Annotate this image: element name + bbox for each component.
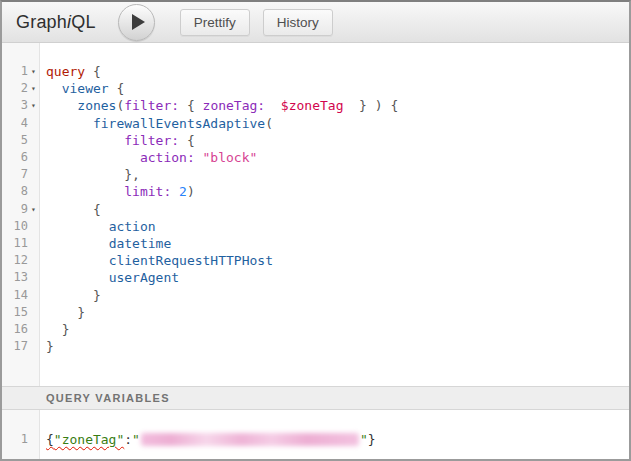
- token: [195, 150, 203, 165]
- line-gutter: 7: [2, 166, 39, 183]
- line-number: 12: [14, 252, 28, 269]
- token: {: [46, 432, 54, 447]
- token: ": [132, 432, 140, 447]
- code-line[interactable]: 3▾ zones(filter: { zoneTag: $zoneTag } )…: [2, 97, 629, 114]
- token: [46, 270, 109, 285]
- line-number: 16: [14, 321, 28, 338]
- prettify-button[interactable]: Prettify: [180, 9, 250, 36]
- line-number: 1: [21, 431, 28, 448]
- logo-text: Graph: [16, 12, 67, 32]
- fold-arrow-icon[interactable]: ▾: [28, 97, 39, 114]
- query-variables-title: QUERY VARIABLES: [46, 392, 170, 404]
- query-variables-editor[interactable]: 1{"zoneTag":""}: [2, 410, 629, 459]
- code-line[interactable]: 8 limit: 2): [2, 183, 629, 200]
- code-text: viewer {: [39, 80, 124, 97]
- code-text: filter: {: [39, 132, 195, 149]
- line-gutter: 17: [2, 338, 39, 355]
- query-variables-title-bar[interactable]: QUERY VARIABLES: [2, 386, 629, 410]
- code-line[interactable]: 15 }: [2, 304, 629, 321]
- code-text: limit: 2): [39, 183, 195, 200]
- code-text: firewallEventsAdaptive(: [39, 115, 273, 132]
- token: }: [62, 322, 70, 337]
- token: ): [187, 184, 195, 199]
- code-text: userAgent: [39, 269, 179, 286]
- code-text: }: [39, 338, 54, 355]
- token: "zoneTag": [54, 432, 124, 447]
- token: $zoneTag: [281, 98, 344, 113]
- token: [265, 98, 281, 113]
- token: [46, 202, 93, 217]
- line-number: 17: [14, 338, 28, 355]
- token: clientRequestHTTPHost: [109, 253, 273, 268]
- token: }: [77, 305, 85, 320]
- execute-query-button[interactable]: [118, 4, 155, 41]
- token: [46, 288, 93, 303]
- code-line[interactable]: 7 },: [2, 166, 629, 183]
- token: [46, 322, 62, 337]
- line-gutter: 14: [2, 287, 39, 304]
- code-line[interactable]: 5 filter: {: [2, 132, 629, 149]
- line-gutter: 4: [2, 115, 39, 132]
- token: firewallEventsAdaptive: [93, 116, 265, 131]
- logo-text: QL: [71, 12, 95, 32]
- token: {: [109, 81, 125, 96]
- code-text: }: [39, 321, 69, 338]
- code-line[interactable]: 12 clientRequestHTTPHost: [2, 252, 629, 269]
- line-number: 14: [14, 287, 28, 304]
- code-line[interactable]: 10 action: [2, 218, 629, 235]
- code-line[interactable]: 1{"zoneTag":""}: [2, 431, 629, 448]
- line-gutter: 1: [2, 431, 39, 448]
- line-gutter: 2▾: [2, 80, 39, 97]
- code-line[interactable]: 13 userAgent: [2, 269, 629, 286]
- line-gutter: 8: [2, 183, 39, 200]
- token: "block": [203, 150, 258, 165]
- code-text: }: [39, 287, 101, 304]
- code-line[interactable]: 1▾query {: [2, 63, 629, 80]
- token: } ) {: [343, 98, 398, 113]
- token: [46, 219, 109, 234]
- token: ": [360, 432, 368, 447]
- line-number: 2: [21, 80, 28, 97]
- line-number: 1: [21, 63, 28, 80]
- toolbar: GraphiQL Prettify History: [2, 2, 629, 43]
- line-gutter: 16: [2, 321, 39, 338]
- token: filter:: [124, 133, 179, 148]
- token: userAgent: [109, 270, 179, 285]
- line-number: 9: [21, 201, 28, 218]
- code-line[interactable]: 11 datetime: [2, 235, 629, 252]
- code-text: datetime: [39, 235, 171, 252]
- token: zones: [77, 98, 116, 113]
- line-number: 6: [21, 149, 28, 166]
- code-line[interactable]: 14 }: [2, 287, 629, 304]
- code-text: action: "block": [39, 149, 257, 166]
- code-line[interactable]: 16 }: [2, 321, 629, 338]
- fold-arrow-icon[interactable]: ▾: [28, 80, 39, 97]
- token: {: [85, 64, 101, 79]
- history-button[interactable]: History: [263, 9, 333, 36]
- token: action: [109, 219, 156, 234]
- token: [46, 150, 140, 165]
- token: 2: [179, 184, 187, 199]
- code-line[interactable]: 17}: [2, 338, 629, 355]
- code-line[interactable]: 6 action: "block": [2, 149, 629, 166]
- line-gutter: 15: [2, 304, 39, 321]
- token: }: [46, 339, 54, 354]
- code-line[interactable]: 2▾ viewer {: [2, 80, 629, 97]
- token: datetime: [109, 236, 172, 251]
- token: }: [93, 288, 101, 303]
- token: [46, 167, 124, 182]
- line-gutter: 13: [2, 269, 39, 286]
- token: limit:: [124, 184, 171, 199]
- token: [46, 305, 77, 320]
- fold-arrow-icon[interactable]: ▾: [28, 201, 39, 218]
- code-text: {"zoneTag":""}: [39, 431, 376, 448]
- code-text: query {: [39, 63, 101, 80]
- fold-arrow-icon[interactable]: ▾: [28, 63, 39, 80]
- code-line[interactable]: 4 firewallEventsAdaptive(: [2, 115, 629, 132]
- query-editor[interactable]: 1▾query {2▾ viewer {3▾ zones(filter: { z…: [2, 43, 629, 386]
- line-number: 11: [14, 235, 28, 252]
- token: [171, 184, 179, 199]
- token: zoneTag:: [203, 98, 266, 113]
- code-line[interactable]: 9▾ {: [2, 201, 629, 218]
- line-gutter: 6: [2, 149, 39, 166]
